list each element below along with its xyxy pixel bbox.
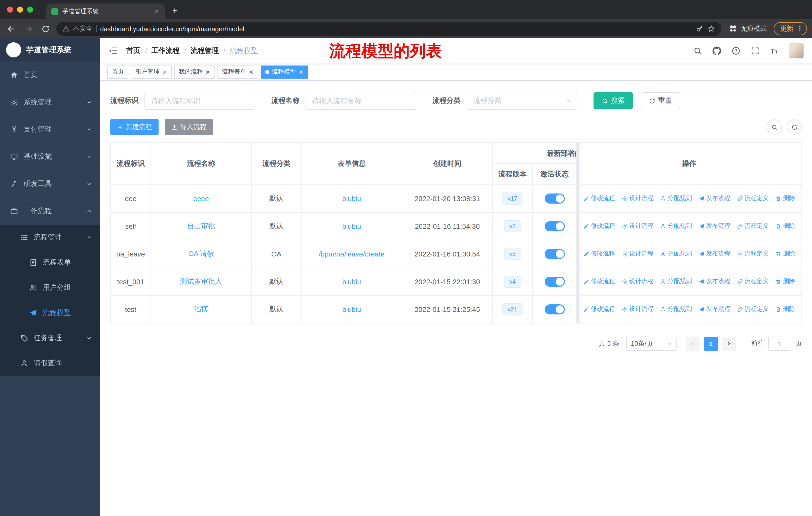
delete-process-link[interactable]: 删除: [776, 222, 795, 230]
design-process-link[interactable]: 设计流程: [622, 250, 654, 258]
delete-process-link[interactable]: 删除: [776, 277, 795, 286]
bookmark-star-icon[interactable]: [707, 25, 715, 33]
user-avatar[interactable]: [789, 43, 804, 58]
sidebar-item-process-form[interactable]: 流程表单: [0, 250, 100, 275]
reload-button[interactable]: [39, 23, 51, 35]
search-icon[interactable]: [693, 46, 702, 55]
design-process-link[interactable]: 设计流程: [622, 194, 654, 203]
assign-rule-link[interactable]: 分配规则: [660, 305, 692, 314]
delete-process-link[interactable]: 删除: [776, 194, 795, 203]
next-page-button[interactable]: [722, 336, 736, 351]
modify-process-link[interactable]: 修改流程: [583, 277, 615, 286]
tag-close-icon[interactable]: [249, 69, 254, 74]
help-icon[interactable]: [731, 46, 741, 55]
process-definition-link[interactable]: 流程定义: [737, 305, 769, 314]
process-definition-link[interactable]: 流程定义: [737, 194, 769, 203]
modify-process-link[interactable]: 修改流程: [583, 250, 615, 258]
form-info-link[interactable]: biubiu: [342, 194, 361, 202]
process-name-link[interactable]: 测试多审批人: [180, 277, 222, 285]
form-info-link[interactable]: /bpm/oa/leave/create: [319, 250, 385, 258]
sidebar-item-payment-mgmt[interactable]: 支付管理: [0, 116, 100, 143]
fullscreen-icon[interactable]: [751, 46, 760, 55]
tag-process-model[interactable]: 流程模型: [261, 65, 308, 78]
process-name-link[interactable]: 滔博: [194, 305, 208, 313]
active-status-toggle[interactable]: [545, 304, 564, 315]
import-process-button[interactable]: 导入流程: [165, 119, 213, 135]
design-process-link[interactable]: 设计流程: [622, 222, 654, 230]
active-status-toggle[interactable]: [545, 249, 564, 259]
assign-rule-link[interactable]: 分配规则: [660, 277, 692, 286]
password-key-icon[interactable]: [696, 25, 704, 33]
form-info-link[interactable]: biubiu: [342, 278, 361, 286]
delete-process-link[interactable]: 删除: [776, 250, 795, 258]
window-zoom-button[interactable]: [27, 6, 33, 12]
process-definition-link[interactable]: 流程定义: [737, 277, 769, 286]
active-status-toggle[interactable]: [545, 277, 564, 287]
tag-home[interactable]: 首页: [107, 65, 128, 78]
design-process-link[interactable]: 设计流程: [622, 277, 654, 286]
forward-button[interactable]: [22, 23, 34, 35]
toggle-search-button[interactable]: [767, 119, 782, 135]
active-status-toggle[interactable]: [545, 193, 564, 203]
breadcrumb-home[interactable]: 首页: [126, 46, 141, 55]
page-size-select[interactable]: 10条/页: [626, 336, 676, 351]
publish-process-link[interactable]: 发布流程: [698, 222, 730, 230]
window-minimize-button[interactable]: [17, 6, 23, 12]
modify-process-link[interactable]: 修改流程: [583, 222, 615, 230]
browser-tab[interactable]: 芋道管理系统: [46, 3, 165, 19]
breadcrumb-process-mgmt[interactable]: 流程管理: [191, 46, 219, 55]
breadcrumb-workflow[interactable]: 工作流程: [151, 46, 180, 55]
reset-button[interactable]: 重置: [641, 92, 680, 109]
assign-rule-link[interactable]: 分配规则: [660, 250, 692, 258]
delete-process-link[interactable]: 删除: [776, 305, 795, 314]
search-button[interactable]: 搜索: [593, 92, 633, 109]
update-button[interactable]: 更新: [774, 22, 807, 35]
browser-menu-icon[interactable]: [796, 25, 804, 32]
process-name-input[interactable]: [306, 92, 416, 110]
design-process-link[interactable]: 设计流程: [622, 305, 654, 314]
sidebar-item-home[interactable]: 首页: [0, 61, 100, 89]
tag-close-icon[interactable]: [162, 69, 167, 74]
current-page-button[interactable]: 1: [704, 336, 718, 351]
sidebar-item-system-mgmt[interactable]: 系统管理: [0, 89, 100, 116]
assign-rule-link[interactable]: 分配规则: [660, 194, 692, 203]
new-tab-button[interactable]: [168, 3, 182, 18]
font-size-icon[interactable]: [770, 46, 779, 55]
github-icon[interactable]: [712, 46, 721, 55]
sidebar-item-process-model[interactable]: 流程模型: [0, 300, 100, 326]
tab-close-icon[interactable]: [154, 8, 160, 14]
tag-close-icon[interactable]: [298, 69, 303, 74]
sidebar-item-dev-tools[interactable]: 研发工具: [0, 170, 100, 197]
process-definition-link[interactable]: 流程定义: [737, 250, 769, 258]
modify-process-link[interactable]: 修改流程: [583, 194, 615, 203]
form-info-link[interactable]: biubiu: [342, 305, 361, 314]
tag-tenant-mgmt[interactable]: 租户管理: [131, 65, 172, 78]
process-category-select[interactable]: 流程分类: [467, 92, 577, 110]
process-name-link[interactable]: eeee: [193, 194, 209, 202]
sidebar-item-leave-query[interactable]: 请假查询: [0, 351, 100, 376]
sidebar-item-workflow[interactable]: 工作流程: [0, 197, 100, 225]
modify-process-link[interactable]: 修改流程: [583, 305, 615, 314]
goto-page-input[interactable]: [768, 336, 791, 351]
sidebar-toggle-icon[interactable]: [108, 46, 118, 56]
active-status-toggle[interactable]: [545, 221, 564, 231]
sidebar-item-user-group[interactable]: 用户分组: [0, 275, 100, 300]
tag-my-process[interactable]: 我的流程: [174, 65, 215, 78]
process-definition-link[interactable]: 流程定义: [737, 222, 769, 230]
assign-rule-link[interactable]: 分配规则: [660, 222, 692, 230]
prev-page-button[interactable]: [686, 336, 700, 351]
back-button[interactable]: [5, 23, 17, 35]
tag-process-form[interactable]: 流程表单: [218, 65, 258, 78]
process-id-input[interactable]: [144, 92, 255, 110]
address-bar[interactable]: 不安全 dashboard.yudao.iocoder.cn/bpm/manag…: [56, 22, 721, 36]
sidebar-item-task-mgmt[interactable]: 任务管理: [0, 326, 100, 351]
create-process-button[interactable]: 新建流程: [110, 119, 158, 135]
process-name-link[interactable]: OA 请假: [188, 249, 214, 257]
process-name-link[interactable]: 自己审批: [187, 222, 215, 230]
form-info-link[interactable]: biubiu: [342, 222, 361, 230]
tag-close-icon[interactable]: [205, 69, 210, 74]
sidebar-item-process-mgmt[interactable]: 流程管理: [0, 225, 100, 250]
publish-process-link[interactable]: 发布流程: [698, 194, 730, 203]
window-close-button[interactable]: [7, 6, 13, 12]
publish-process-link[interactable]: 发布流程: [698, 277, 730, 286]
